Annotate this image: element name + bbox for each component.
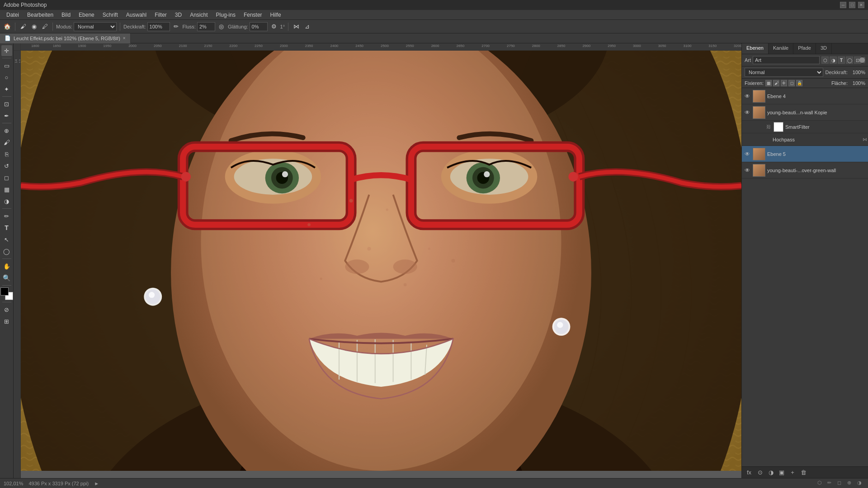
doc-tab-close[interactable]: × (123, 36, 126, 41)
menu-auswahl[interactable]: Auswahl (123, 11, 150, 19)
add-adjustment-icon[interactable]: ◑ (766, 468, 775, 477)
tool-brush[interactable]: 🖌 (1, 137, 12, 148)
ruler-num-2400: 2400 (330, 44, 338, 48)
canvas-container[interactable] (21, 51, 741, 471)
tool-zoom[interactable]: 🔍 (1, 272, 12, 283)
ruler-num-2950: 2950 (608, 44, 616, 48)
pencil-icon[interactable]: ✏ (172, 22, 181, 31)
layer-visibility-young-green[interactable]: 👁 (744, 167, 751, 174)
layer-row-ebene4[interactable]: 👁 Ebene 4 (742, 88, 868, 104)
tool-pen[interactable]: ✏ (1, 211, 12, 221)
menu-hilfe[interactable]: Hilfe (267, 11, 285, 19)
tool-lasso[interactable]: ○ (1, 72, 12, 83)
blend-mode-select[interactable]: Normal Multiplizieren Weiches Licht (745, 68, 823, 77)
menu-plugins[interactable]: Plug-ins (212, 11, 239, 19)
maximize-button[interactable]: □ (849, 2, 855, 8)
nav-arrow[interactable]: ► (94, 481, 99, 486)
tool-crop[interactable]: ⊡ (1, 99, 12, 109)
menu-ansicht[interactable]: Ansicht (186, 11, 211, 19)
doc-tab-active[interactable]: 📄 Leucht Effekt.psdc bei 102% (Ebene 5, … (0, 33, 131, 43)
lock-position-icon[interactable]: ✛ (781, 80, 787, 86)
tool-select-rect[interactable]: ▭ (1, 60, 12, 71)
status-icon-3[interactable]: ◻ (837, 480, 844, 487)
foreground-color[interactable] (0, 287, 9, 296)
menu-datei[interactable]: Datei (3, 11, 23, 19)
angle-icon[interactable]: ⊿ (302, 22, 311, 31)
brush-settings-icon[interactable]: 🖊 (40, 22, 49, 31)
filter-pixel-icon[interactable]: ⬡ (821, 56, 829, 64)
tool-stamp[interactable]: ⎘ (1, 149, 12, 160)
status-icon-5[interactable]: ◑ (857, 480, 864, 487)
tool-eyedropper[interactable]: ✒ (1, 110, 12, 121)
tool-eraser[interactable]: ◻ (1, 172, 12, 183)
layer-row-ebene5[interactable]: 👁 Ebene 5 (742, 146, 868, 162)
color-swatches[interactable] (0, 287, 13, 300)
ruler-num-3150: 3150 (708, 44, 717, 48)
menu-fenster[interactable]: Fenster (240, 11, 266, 19)
menu-schrift[interactable]: Schrift (99, 11, 122, 19)
home-icon[interactable]: 🏠 (3, 22, 12, 31)
minimize-button[interactable]: ─ (840, 2, 846, 8)
menu-bearbeiten[interactable]: Bearbeiten (24, 11, 57, 19)
menu-bild[interactable]: Bild (58, 11, 74, 19)
fx-icon[interactable]: fx (745, 468, 754, 477)
layer-visibility-young-kopie[interactable]: 👁 (744, 109, 751, 116)
filter-adjustment-icon[interactable]: ◑ (830, 56, 837, 64)
tool-heal[interactable]: ⊕ (1, 125, 12, 136)
tool-magic-wand[interactable]: ✦ (1, 84, 12, 94)
delete-layer-icon[interactable]: 🗑 (799, 468, 808, 477)
lock-transparent-icon[interactable]: ▦ (765, 80, 772, 86)
deckkraft-input[interactable] (147, 22, 170, 31)
tool-screen-mode[interactable]: ⊞ (1, 316, 12, 327)
close-button[interactable]: ✕ (858, 2, 864, 8)
group-layers-icon[interactable]: ▣ (777, 468, 786, 477)
opacity-label: Deckkraft: (825, 70, 848, 75)
tab-3d[interactable]: 3D (816, 43, 832, 54)
layer-sub-smartfilter[interactable]: ⛓ SmartFilter (742, 121, 868, 133)
tool-dodge[interactable]: ◑ (1, 196, 12, 206)
new-layer-icon[interactable]: + (788, 468, 797, 477)
layer-visibility-ebene5[interactable]: 👁 (744, 150, 751, 158)
tab-kanaele[interactable]: Kanäle (769, 43, 793, 54)
tool-history-brush[interactable]: ↺ (1, 160, 12, 171)
lock-artboard-icon[interactable]: ◻ (788, 80, 795, 86)
gear-icon[interactable]: ⚙ (269, 22, 278, 31)
status-icon-1[interactable]: ⬡ (817, 480, 825, 487)
status-icon-4[interactable]: ⊕ (847, 480, 854, 487)
menu-filter[interactable]: Filter (151, 11, 170, 19)
tool-hand[interactable]: ✋ (1, 261, 12, 272)
fluss-input[interactable] (197, 22, 215, 31)
symmetry-icon[interactable]: ⋈ (292, 22, 301, 31)
filter-shape-icon[interactable]: ◯ (846, 56, 853, 64)
layer-row-young-green[interactable]: 👁 young-beauti-...over-green-wall (742, 162, 868, 178)
glaettung-input[interactable] (250, 22, 268, 31)
layers-list[interactable]: 👁 Ebene 4 👁 young-beauti...n-wall Kopie (742, 88, 868, 466)
tool-mask[interactable]: ⊘ (1, 304, 12, 315)
tab-ebenen[interactable]: Ebenen (742, 43, 769, 54)
tab-pfade[interactable]: Pfade (793, 43, 816, 54)
menu-ebene[interactable]: Ebene (75, 11, 98, 19)
lock-image-icon[interactable]: 🖌 (773, 80, 779, 86)
tool-text[interactable]: T (1, 222, 12, 233)
filter-toggle[interactable] (863, 57, 865, 63)
filter-input[interactable] (753, 56, 820, 64)
modus-select[interactable]: Normal Multiplizieren Abblenden (74, 22, 117, 31)
layer-info-ebene5: Ebene 5 (767, 151, 866, 157)
brush-tool-icon[interactable]: 🖌 (19, 22, 28, 31)
layer-row-young-kopie[interactable]: 👁 young-beauti...n-wall Kopie (742, 104, 868, 121)
menu-3d[interactable]: 3D (171, 11, 185, 19)
filter-type-icon[interactable]: T (838, 56, 845, 64)
svg-point-13 (282, 171, 288, 177)
airbrush-icon[interactable]: ◎ (217, 22, 226, 31)
brush-preset-icon[interactable]: ◉ (29, 22, 38, 31)
lock-all-icon[interactable]: 🔒 (796, 80, 802, 86)
layer-sub-name-smartfilter: SmartFilter (785, 124, 810, 130)
status-icon-2[interactable]: ✏ (827, 480, 835, 487)
tool-path-select[interactable]: ↖ (1, 234, 12, 245)
layer-sub-hochpass[interactable]: Hochpass ⋈ (742, 133, 868, 146)
layer-visibility-ebene4[interactable]: 👁 (744, 93, 751, 100)
tool-gradient[interactable]: ▦ (1, 184, 12, 195)
tool-shape[interactable]: ◯ (1, 246, 12, 257)
add-mask-icon[interactable]: ⊙ (755, 468, 764, 477)
tool-move[interactable]: ✛ (1, 45, 12, 56)
